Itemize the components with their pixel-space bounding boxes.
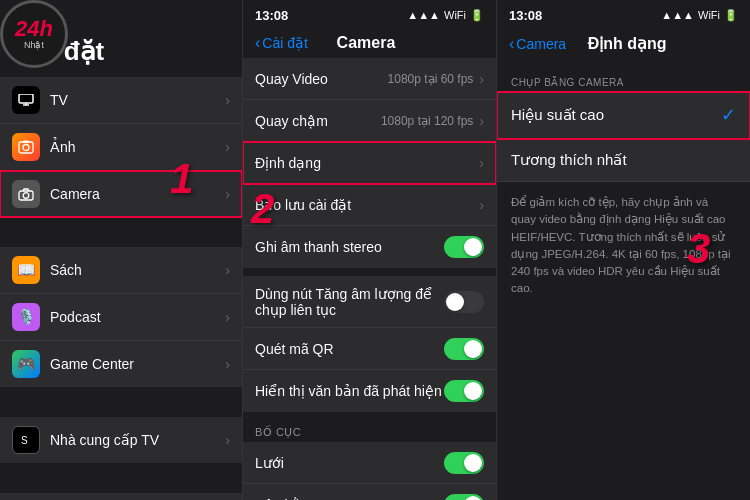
quay-cham-label: Quay chậm xyxy=(255,113,381,129)
list-item[interactable]: 🎙️ Podcast › xyxy=(0,294,242,341)
stereo-toggle[interactable] xyxy=(444,236,484,258)
list-item[interactable]: Bảo lưu cài đặt › xyxy=(243,184,496,226)
list-item[interactable]: Quay Video 1080p tại 60 fps › xyxy=(243,58,496,100)
chevron-icon: › xyxy=(479,155,484,171)
list-item[interactable]: S Nhà cung cấp TV › xyxy=(0,417,242,463)
wifi-icon: WiFi xyxy=(698,9,720,21)
bo-cuc-section: Lưới Cân bằng Đối xứng camera trước Xem … xyxy=(243,442,496,500)
bo-cuc-header: BỐ CỤC xyxy=(243,420,496,442)
logo-overlay: 24h Nhật xyxy=(0,0,68,68)
nav-bar: ‹ Cài đặt Camera xyxy=(243,28,496,58)
nav-title: Định dạng xyxy=(566,34,688,53)
qr-toggle[interactable] xyxy=(444,338,484,360)
list-item[interactable]: 📖 Sách › xyxy=(0,247,242,294)
logo-circle: 24h Nhật xyxy=(0,0,68,68)
options-section: Hiệu suất cao ✓ Tương thích nhất xyxy=(497,92,750,182)
check-icon: ✓ xyxy=(721,104,736,126)
nav-title: Camera xyxy=(308,34,424,52)
text-detect-label: Hiển thị văn bản đã phát hiện xyxy=(255,383,444,399)
list-item[interactable]: Quét mã QR xyxy=(243,328,496,370)
chevron-icon: › xyxy=(225,432,230,448)
signal-icon: ▲▲▲ xyxy=(661,9,694,21)
panel-dinh-dang: 13:08 ▲▲▲ WiFi 🔋 ‹ Camera Định dạng CHỤP… xyxy=(496,0,750,500)
logo-sub: Nhật xyxy=(15,40,53,50)
volume-toggle[interactable] xyxy=(444,291,484,313)
back-arrow-icon: ‹ xyxy=(255,34,260,52)
tv-icon xyxy=(12,86,40,114)
quay-cham-value: 1080p tại 120 fps xyxy=(381,114,473,128)
chevron-icon: › xyxy=(479,113,484,129)
svg-rect-5 xyxy=(23,141,29,144)
wifi-icon: WiFi xyxy=(444,9,466,21)
list-item[interactable]: Ghi âm thanh stereo xyxy=(243,226,496,268)
provider-section: S Nhà cung cấp TV › xyxy=(0,417,242,463)
list-item[interactable]: Hiển thị văn bản đã phát hiện xyxy=(243,370,496,412)
volume-shutter-label: Dùng nút Tăng âm lượng để chụp liên tục xyxy=(255,286,444,318)
list-item[interactable]: Ảnh › xyxy=(0,124,242,171)
gamecenter-icon: 🎮 xyxy=(12,350,40,378)
back-button[interactable]: ‹ Cài đặt xyxy=(255,34,308,52)
tuong-thich-option[interactable]: Tương thích nhất xyxy=(497,139,750,182)
bao-luu-label: Bảo lưu cài đặt xyxy=(255,197,479,213)
item-camera-label: Camera xyxy=(50,186,225,202)
item-provider-label: Nhà cung cấp TV xyxy=(50,432,225,448)
book-icon: 📖 xyxy=(12,256,40,284)
panel-camera-settings: 13:08 ▲▲▲ WiFi 🔋 ‹ Cài đặt Camera Quay V… xyxy=(242,0,496,500)
chevron-icon: › xyxy=(225,309,230,325)
ghi-am-label: Ghi âm thanh stereo xyxy=(255,239,444,255)
chup-header: CHỤP BẰNG CAMERA xyxy=(497,69,750,92)
list-item[interactable]: TV › xyxy=(0,77,242,124)
status-bar: 13:08 ▲▲▲ WiFi 🔋 xyxy=(497,0,750,28)
quay-video-value: 1080p tại 60 fps xyxy=(388,72,474,86)
step-number-2: 2 xyxy=(251,185,274,233)
item-tv-label: TV xyxy=(50,92,225,108)
svg-point-7 xyxy=(23,192,29,198)
video-section: Quay Video 1080p tại 60 fps › Quay chậm … xyxy=(243,58,496,268)
back-arrow-icon: ‹ xyxy=(509,35,514,53)
logo-text: 24h xyxy=(15,18,53,40)
list-item[interactable]: A Adobe Express › xyxy=(0,493,242,500)
luoi-label: Lưới xyxy=(255,455,444,471)
hieu-suat-label: Hiệu suất cao xyxy=(511,106,721,124)
can-bang-toggle[interactable] xyxy=(444,494,484,501)
photo-icon xyxy=(12,133,40,161)
item-podcast-label: Podcast xyxy=(50,309,225,325)
item-book-label: Sách xyxy=(50,262,225,278)
status-icons: ▲▲▲ WiFi 🔋 xyxy=(661,9,738,22)
list-item[interactable]: Cân bằng xyxy=(243,484,496,500)
nav-bar: ‹ Camera Định dạng xyxy=(497,28,750,59)
hieu-suat-cao-option[interactable]: Hiệu suất cao ✓ xyxy=(497,92,750,139)
top-section: TV › Ảnh › Camera › xyxy=(0,77,242,217)
svg-rect-3 xyxy=(19,142,33,153)
list-item[interactable]: Dùng nút Tăng âm lượng để chụp liên tục xyxy=(243,276,496,328)
item-photo-label: Ảnh xyxy=(50,139,225,155)
camera-item[interactable]: Camera › xyxy=(0,171,242,217)
quay-video-label: Quay Video xyxy=(255,71,388,87)
text-toggle[interactable] xyxy=(444,380,484,402)
svg-point-4 xyxy=(23,145,29,151)
back-label: Camera xyxy=(516,36,566,52)
dinh-dang-item[interactable]: Định dạng › xyxy=(243,142,496,184)
step-number-1: 1 xyxy=(170,155,193,203)
status-icons: ▲▲▲ WiFi 🔋 xyxy=(407,9,484,22)
status-bar: 13:08 ▲▲▲ WiFi 🔋 xyxy=(243,0,496,28)
mid-section: 📖 Sách › 🎙️ Podcast › 🎮 Game Center › xyxy=(0,247,242,387)
item-gamecenter-label: Game Center xyxy=(50,356,225,372)
chevron-icon: › xyxy=(479,197,484,213)
list-item[interactable]: 🎮 Game Center › xyxy=(0,341,242,387)
chevron-icon: › xyxy=(479,71,484,87)
status-time: 13:08 xyxy=(255,8,288,23)
back-button[interactable]: ‹ Camera xyxy=(509,35,566,53)
podcast-icon: 🎙️ xyxy=(12,303,40,331)
battery-icon: 🔋 xyxy=(470,9,484,22)
chevron-icon: › xyxy=(225,356,230,372)
chevron-icon: › xyxy=(225,92,230,108)
qr-label: Quét mã QR xyxy=(255,341,444,357)
chevron-icon: › xyxy=(225,262,230,278)
apps-section: A Adobe Express › B BAEMIN › ♪ Beat Now … xyxy=(0,493,242,500)
shutter-section: Dùng nút Tăng âm lượng để chụp liên tục … xyxy=(243,276,496,412)
list-item[interactable]: Quay chậm 1080p tại 120 fps › xyxy=(243,100,496,142)
list-item[interactable]: Lưới xyxy=(243,442,496,484)
luoi-toggle[interactable] xyxy=(444,452,484,474)
camera-icon xyxy=(12,180,40,208)
